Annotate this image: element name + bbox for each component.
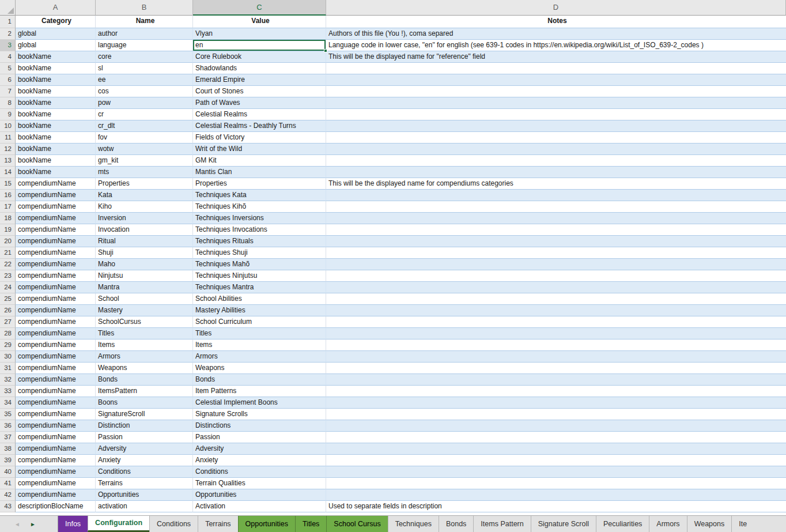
row-number[interactable]: 37	[0, 432, 16, 443]
cell-notes[interactable]	[326, 386, 786, 397]
sheet-tab-opportunities[interactable]: Opportunities	[238, 516, 295, 532]
cell-category[interactable]: compendiumName	[16, 489, 96, 501]
row-number[interactable]: 38	[0, 443, 16, 455]
cell-category[interactable]: global	[16, 28, 96, 40]
row-number[interactable]: 20	[0, 236, 16, 247]
cell-notes[interactable]	[326, 339, 786, 351]
cell-name[interactable]: mts	[96, 167, 193, 178]
row-number[interactable]: 13	[0, 155, 16, 167]
row-number[interactable]: 25	[0, 293, 16, 305]
cell-name[interactable]: Ninjutsu	[96, 270, 193, 282]
cell-name[interactable]: cr_dlt	[96, 120, 193, 132]
column-header-d[interactable]: D	[326, 0, 786, 16]
cell-notes[interactable]	[326, 247, 786, 259]
cell-name[interactable]: Bonds	[96, 374, 193, 386]
cell-value[interactable]: en	[193, 40, 326, 51]
cell-value[interactable]: Distinctions	[193, 420, 326, 432]
cell-notes[interactable]	[326, 363, 786, 374]
sheet-tab-titles[interactable]: Titles	[295, 516, 326, 532]
cell-value[interactable]: Opportunities	[193, 489, 326, 501]
cell-notes[interactable]	[326, 432, 786, 443]
cell-notes[interactable]: Language code in lower case, "en" for en…	[326, 40, 786, 51]
cell-value[interactable]: Passion	[193, 432, 326, 443]
cell-category[interactable]: compendiumName	[16, 305, 96, 316]
sheet-tab-armors[interactable]: Armors	[649, 516, 686, 532]
cell-value[interactable]: Anxiety	[193, 455, 326, 466]
cell-value[interactable]: Techniques Mantra	[193, 282, 326, 293]
cell-name[interactable]: Shuji	[96, 247, 193, 259]
cell-name[interactable]: Anxiety	[96, 455, 193, 466]
cell-category[interactable]: bookName	[16, 74, 96, 86]
cell-name[interactable]: Maho	[96, 259, 193, 270]
cell-category[interactable]: compendiumName	[16, 351, 96, 363]
cell-name[interactable]: activation	[96, 501, 193, 512]
cell-notes[interactable]	[326, 120, 786, 132]
cell-category[interactable]: compendiumName	[16, 478, 96, 489]
cell-value[interactable]: Titles	[193, 328, 326, 339]
cell-category[interactable]: bookName	[16, 167, 96, 178]
row-number[interactable]: 33	[0, 386, 16, 397]
cell-category[interactable]: compendiumName	[16, 282, 96, 293]
cell-notes[interactable]: Used to separate fields in description	[326, 501, 786, 512]
cell-category[interactable]: compendiumName	[16, 409, 96, 420]
cell-value[interactable]: Writ of the Wild	[193, 144, 326, 155]
cell-category[interactable]: bookName	[16, 109, 96, 120]
cell-name[interactable]: Conditions	[96, 466, 193, 478]
prev-sheet-arrow-icon[interactable]: ◄	[14, 516, 20, 532]
cell-name[interactable]: SignatureScroll	[96, 409, 193, 420]
cell-category[interactable]: bookName	[16, 97, 96, 109]
next-sheet-arrow-icon[interactable]: ►	[30, 516, 36, 532]
row-number[interactable]: 24	[0, 282, 16, 293]
cell-category[interactable]: compendiumName	[16, 443, 96, 455]
sheet-tab-configuration[interactable]: Configuration	[88, 516, 149, 532]
row-number[interactable]: 26	[0, 305, 16, 316]
cell-value[interactable]: Techniques Kihõ	[193, 201, 326, 213]
row-number[interactable]: 41	[0, 478, 16, 489]
row-number[interactable]: 36	[0, 420, 16, 432]
row-number[interactable]: 15	[0, 178, 16, 190]
cell-name[interactable]: ee	[96, 74, 193, 86]
cell-notes[interactable]	[326, 224, 786, 236]
row-number[interactable]: 12	[0, 144, 16, 155]
cell-value[interactable]: GM Kit	[193, 155, 326, 167]
cell-name[interactable]: core	[96, 51, 193, 63]
cell-value[interactable]: Mantis Clan	[193, 167, 326, 178]
cell-value[interactable]: Core Rulebook	[193, 51, 326, 63]
cell-category[interactable]: compendiumName	[16, 236, 96, 247]
cell-category[interactable]: compendiumName	[16, 328, 96, 339]
cell-name[interactable]: Kiho	[96, 201, 193, 213]
cell-value[interactable]: Celestial Realms - Deathly Turns	[193, 120, 326, 132]
cell-category[interactable]: compendiumName	[16, 213, 96, 224]
header-cell-notes[interactable]: Notes	[326, 16, 786, 28]
row-number[interactable]: 40	[0, 466, 16, 478]
row-number[interactable]: 14	[0, 167, 16, 178]
cell-notes[interactable]: Authors of this file (You !), coma separ…	[326, 28, 786, 40]
cell-category[interactable]: compendiumName	[16, 224, 96, 236]
cell-name[interactable]: Mastery	[96, 305, 193, 316]
sheet-tab-conditions[interactable]: Conditions	[149, 516, 198, 532]
cell-name[interactable]: Inversion	[96, 213, 193, 224]
row-number[interactable]: 18	[0, 213, 16, 224]
row-number[interactable]: 19	[0, 224, 16, 236]
cell-name[interactable]: Armors	[96, 351, 193, 363]
cell-value[interactable]: Vlyan	[193, 28, 326, 40]
cell-category[interactable]: compendiumName	[16, 386, 96, 397]
cell-name[interactable]: author	[96, 28, 193, 40]
cell-notes[interactable]	[326, 132, 786, 144]
cell-value[interactable]: Celestial Implement Boons	[193, 397, 326, 409]
cell-name[interactable]: Distinction	[96, 420, 193, 432]
cell-category[interactable]: compendiumName	[16, 397, 96, 409]
row-number[interactable]: 5	[0, 63, 16, 74]
cell-value[interactable]: Item Patterns	[193, 386, 326, 397]
cell-notes[interactable]	[326, 397, 786, 409]
cell-value[interactable]: School Curriculum	[193, 316, 326, 328]
sheet-tab-items-pattern[interactable]: Items Pattern	[473, 516, 530, 532]
cell-value[interactable]: Mastery Abilities	[193, 305, 326, 316]
cell-name[interactable]: Properties	[96, 178, 193, 190]
cell-value[interactable]: Techniques Shuji	[193, 247, 326, 259]
cell-name[interactable]: Invocation	[96, 224, 193, 236]
cell-notes[interactable]	[326, 316, 786, 328]
cell-notes[interactable]	[326, 466, 786, 478]
cell-notes[interactable]	[326, 443, 786, 455]
cell-notes[interactable]	[326, 236, 786, 247]
